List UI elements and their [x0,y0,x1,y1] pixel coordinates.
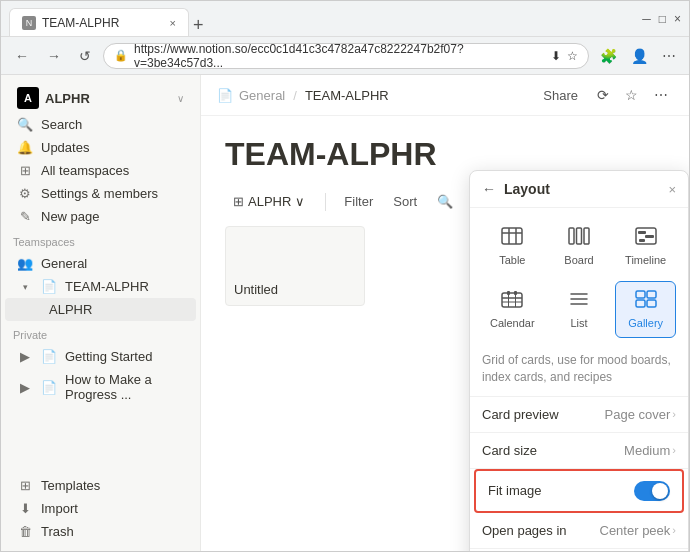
svg-rect-16 [507,291,510,295]
panel-title: Layout [504,181,660,197]
sidebar-item-all-teamspaces[interactable]: ⊞ All teamspaces [5,159,196,182]
sidebar-team-alphr-label: TEAM-ALPHR [65,279,184,294]
view-label: ALPHR [248,194,291,209]
window-maximize-icon[interactable]: □ [659,12,666,26]
profile-button[interactable]: 👤 [626,44,653,68]
open-pages-arrow-icon: › [672,524,676,536]
gallery-layout-label: Gallery [628,317,663,329]
sidebar-item-search[interactable]: 🔍 Search [5,113,196,136]
sort-button[interactable]: Sort [387,190,423,213]
calendar-layout-icon [501,290,523,313]
getting-started-icon: ▶ [17,349,33,364]
window-close-icon[interactable]: × [674,12,681,26]
progress-expand-icon: ▶ [17,380,33,395]
sidebar-item-updates[interactable]: 🔔 Updates [5,136,196,159]
timeline-layout-label: Timeline [625,254,666,266]
table-layout-icon [501,227,523,250]
open-pages-row[interactable]: Open pages in Center peek › [470,513,688,549]
learn-views-row[interactable]: ⓘ Learn about views [470,549,688,551]
teamspaces-section-label: Teamspaces [1,228,200,252]
new-tab-button[interactable]: + [189,15,208,36]
sidebar: A ALPHR ∨ 🔍 Search 🔔 Updates ⊞ All teams… [1,75,201,551]
getting-started-doc-icon: 📄 [41,349,57,364]
main-content: 📄 General / TEAM-ALPHR Share ⟳ ☆ ⋯ TEAM-… [201,75,689,551]
header-more-icon[interactable]: ⋯ [649,83,673,107]
sidebar-item-trash[interactable]: 🗑 Trash [5,520,196,543]
open-pages-label: Open pages in [482,523,600,538]
sidebar-item-alphr[interactable]: ALPHR [5,298,196,321]
open-pages-value: Center peek [600,523,671,538]
view-chevron-icon: ∨ [295,194,305,209]
breadcrumb-separator: / [293,88,297,103]
page-header-bar: 📄 General / TEAM-ALPHR Share ⟳ ☆ ⋯ [201,75,689,116]
nav-back-button[interactable]: ← [9,44,35,68]
breadcrumb-parent[interactable]: General [239,88,285,103]
header-history-icon[interactable]: ⟳ [592,83,614,107]
gallery-layout-icon [635,290,657,313]
browser-tab-active[interactable]: N TEAM-ALPHR × [9,8,189,36]
general-icon: 👥 [17,256,33,271]
sidebar-item-import[interactable]: ⬇ Import [5,497,196,520]
card-size-label: Card size [482,443,624,458]
trash-icon: 🗑 [17,524,33,539]
layout-option-list[interactable]: List [549,281,610,338]
layout-option-calendar[interactable]: Calendar [482,281,543,338]
workspace-logo: A [17,87,39,109]
nav-forward-button[interactable]: → [41,44,67,68]
filter-button[interactable]: Filter [338,190,379,213]
search-view-button[interactable]: 🔍 [431,190,459,213]
search-icon: 🔍 [17,117,33,132]
browser-more-button[interactable]: ⋯ [657,44,681,68]
sidebar-item-new-page[interactable]: ✎ New page [5,205,196,228]
list-layout-icon [568,290,590,313]
panel-close-button[interactable]: × [668,182,676,197]
tab-favicon: N [22,16,36,30]
header-star-icon[interactable]: ☆ [620,83,643,107]
card-untitled[interactable]: Untitled [225,226,365,306]
sidebar-item-progress[interactable]: ▶ 📄 How to Make a Progress ... [5,368,196,406]
address-bar[interactable]: 🔒 https://www.notion.so/ecc0c1d41c3c4782… [103,43,589,69]
sidebar-updates-label: Updates [41,140,184,155]
toolbar-actions: 🧩 👤 ⋯ [595,44,681,68]
sidebar-templates-label: Templates [41,478,184,493]
share-button[interactable]: Share [535,84,586,107]
extensions-button[interactable]: 🧩 [595,44,622,68]
svg-rect-24 [647,300,656,307]
list-layout-label: List [570,317,587,329]
nav-reload-button[interactable]: ↺ [73,44,97,68]
layout-option-gallery[interactable]: Gallery [615,281,676,338]
progress-doc-icon: 📄 [41,380,57,395]
card-preview-row[interactable]: Card preview Page cover › [470,397,688,433]
layout-option-board[interactable]: Board [549,218,610,275]
all-teamspaces-icon: ⊞ [17,163,33,178]
svg-rect-11 [502,293,522,307]
card-size-arrow-icon: › [672,444,676,456]
card-label: Untitled [234,282,278,297]
layout-options-grid: Table Board [470,208,688,348]
sidebar-item-team-alphr[interactable]: ▾ 📄 TEAM-ALPHR [5,275,196,298]
sidebar-item-general[interactable]: 👥 General [5,252,196,275]
address-bar-star-icon[interactable]: ☆ [567,49,578,63]
workspace-chevron-icon: ∨ [177,93,184,104]
fit-image-toggle[interactable] [634,481,670,501]
tab-close-icon[interactable]: × [170,17,176,29]
sidebar-item-getting-started[interactable]: ▶ 📄 Getting Started [5,345,196,368]
sidebar-item-templates[interactable]: ⊞ Templates [5,474,196,497]
settings-icon: ⚙ [17,186,33,201]
window-minimize-icon[interactable]: ─ [642,12,651,26]
layout-option-timeline[interactable]: Timeline [615,218,676,275]
svg-rect-0 [502,228,522,244]
sidebar-item-settings[interactable]: ⚙ Settings & members [5,182,196,205]
lock-icon: 🔒 [114,49,128,62]
page-title: TEAM-ALPHR [225,136,665,173]
browser-frame: N TEAM-ALPHR × + ─ □ × ← → ↺ 🔒 https://w… [0,0,690,552]
team-alphr-doc-icon: 📄 [41,279,57,294]
panel-back-button[interactable]: ← [482,181,496,197]
svg-rect-21 [636,291,645,298]
card-size-row[interactable]: Card size Medium › [470,433,688,469]
workspace-header[interactable]: A ALPHR ∨ [5,83,196,113]
view-selector[interactable]: ⊞ ALPHR ∨ [225,190,313,213]
fit-image-row[interactable]: Fit image [474,469,684,513]
layout-option-table[interactable]: Table [482,218,543,275]
expand-icon: ▾ [17,282,33,292]
